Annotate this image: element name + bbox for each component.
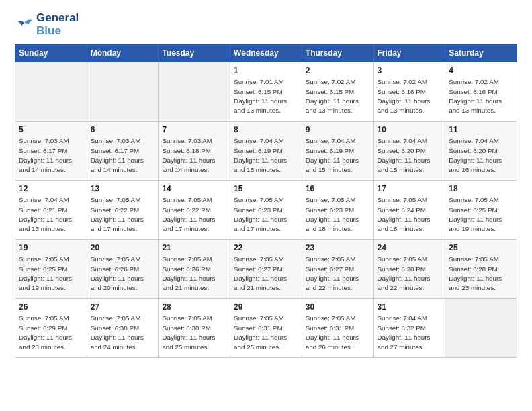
day-info: Sunrise: 7:03 AM Sunset: 6:17 PM Dayligh… — [19, 136, 83, 175]
day-cell: 22Sunrise: 7:05 AM Sunset: 6:27 PM Dayli… — [230, 240, 302, 299]
day-info: Sunrise: 7:05 AM Sunset: 6:23 PM Dayligh… — [234, 195, 298, 234]
day-cell: 27Sunrise: 7:05 AM Sunset: 6:30 PM Dayli… — [87, 299, 159, 358]
day-number: 16 — [306, 184, 370, 193]
day-info: Sunrise: 7:05 AM Sunset: 6:30 PM Dayligh… — [162, 314, 226, 352]
day-number: 27 — [91, 302, 155, 312]
day-cell: 1Sunrise: 7:01 AM Sunset: 6:15 PM Daylig… — [230, 62, 302, 122]
day-cell: 23Sunrise: 7:05 AM Sunset: 6:27 PM Dayli… — [302, 240, 373, 299]
day-number: 15 — [234, 184, 298, 193]
day-cell: 11Sunrise: 7:04 AM Sunset: 6:20 PM Dayli… — [445, 122, 517, 181]
day-number: 12 — [19, 184, 83, 193]
day-cell: 4Sunrise: 7:02 AM Sunset: 6:16 PM Daylig… — [445, 62, 517, 122]
day-info: Sunrise: 7:05 AM Sunset: 6:22 PM Dayligh… — [91, 195, 155, 234]
day-info: Sunrise: 7:02 AM Sunset: 6:16 PM Dayligh… — [449, 77, 513, 116]
day-cell: 3Sunrise: 7:02 AM Sunset: 6:16 PM Daylig… — [373, 62, 445, 122]
day-info: Sunrise: 7:04 AM Sunset: 6:21 PM Dayligh… — [19, 195, 83, 234]
day-number: 28 — [162, 302, 226, 312]
week-row-5: 26Sunrise: 7:05 AM Sunset: 6:29 PM Dayli… — [15, 299, 517, 358]
day-number: 5 — [19, 125, 83, 134]
day-cell: 30Sunrise: 7:05 AM Sunset: 6:31 PM Dayli… — [302, 299, 373, 358]
day-number: 9 — [306, 125, 370, 134]
day-info: Sunrise: 7:05 AM Sunset: 6:31 PM Dayligh… — [306, 314, 370, 352]
day-cell: 6Sunrise: 7:03 AM Sunset: 6:17 PM Daylig… — [87, 122, 159, 181]
weekday-header-thursday: Thursday — [302, 44, 373, 62]
day-number: 17 — [378, 184, 442, 193]
day-number: 21 — [162, 243, 226, 253]
day-number: 18 — [449, 184, 513, 193]
day-info: Sunrise: 7:05 AM Sunset: 6:24 PM Dayligh… — [378, 195, 442, 234]
day-cell: 10Sunrise: 7:04 AM Sunset: 6:20 PM Dayli… — [373, 122, 445, 181]
day-info: Sunrise: 7:02 AM Sunset: 6:15 PM Dayligh… — [306, 77, 370, 116]
day-info: Sunrise: 7:05 AM Sunset: 6:26 PM Dayligh… — [162, 255, 226, 293]
week-row-3: 12Sunrise: 7:04 AM Sunset: 6:21 PM Dayli… — [15, 181, 517, 240]
day-info: Sunrise: 7:05 AM Sunset: 6:29 PM Dayligh… — [19, 314, 83, 352]
day-cell: 7Sunrise: 7:03 AM Sunset: 6:18 PM Daylig… — [159, 122, 230, 181]
day-info: Sunrise: 7:04 AM Sunset: 6:32 PM Dayligh… — [378, 314, 442, 352]
weekday-header-tuesday: Tuesday — [159, 44, 230, 62]
day-cell: 26Sunrise: 7:05 AM Sunset: 6:29 PM Dayli… — [15, 299, 87, 358]
day-info: Sunrise: 7:04 AM Sunset: 6:20 PM Dayligh… — [378, 136, 442, 175]
logo-bird-icon — [15, 18, 34, 32]
weekday-header-wednesday: Wednesday — [230, 44, 302, 62]
day-cell: 2Sunrise: 7:02 AM Sunset: 6:15 PM Daylig… — [302, 62, 373, 122]
day-info: Sunrise: 7:05 AM Sunset: 6:30 PM Dayligh… — [91, 314, 155, 352]
weekday-header-sunday: Sunday — [15, 44, 87, 62]
day-cell — [159, 62, 230, 122]
day-number: 26 — [19, 302, 83, 312]
day-cell: 25Sunrise: 7:05 AM Sunset: 6:28 PM Dayli… — [445, 240, 517, 299]
day-number: 20 — [91, 243, 155, 253]
day-cell: 12Sunrise: 7:04 AM Sunset: 6:21 PM Dayli… — [15, 181, 87, 240]
day-number: 8 — [234, 125, 298, 134]
day-cell — [445, 299, 517, 358]
day-number: 24 — [378, 243, 442, 253]
day-number: 6 — [91, 125, 155, 134]
day-info: Sunrise: 7:05 AM Sunset: 6:23 PM Dayligh… — [306, 195, 370, 234]
weekday-header-row: SundayMondayTuesdayWednesdayThursdayFrid… — [15, 44, 517, 62]
day-number: 19 — [19, 243, 83, 253]
day-number: 13 — [91, 184, 155, 193]
day-number: 7 — [162, 125, 226, 134]
week-row-4: 19Sunrise: 7:05 AM Sunset: 6:25 PM Dayli… — [15, 240, 517, 299]
day-number: 2 — [306, 66, 370, 75]
day-number: 25 — [449, 243, 513, 253]
day-info: Sunrise: 7:01 AM Sunset: 6:15 PM Dayligh… — [234, 77, 298, 116]
day-info: Sunrise: 7:04 AM Sunset: 6:19 PM Dayligh… — [234, 136, 298, 175]
day-cell — [87, 62, 159, 122]
day-cell: 19Sunrise: 7:05 AM Sunset: 6:25 PM Dayli… — [15, 240, 87, 299]
day-info: Sunrise: 7:05 AM Sunset: 6:25 PM Dayligh… — [449, 195, 513, 234]
day-info: Sunrise: 7:04 AM Sunset: 6:19 PM Dayligh… — [306, 136, 370, 175]
day-info: Sunrise: 7:03 AM Sunset: 6:18 PM Dayligh… — [162, 136, 226, 175]
day-cell: 20Sunrise: 7:05 AM Sunset: 6:26 PM Dayli… — [87, 240, 159, 299]
logo: General Blue — [15, 12, 79, 37]
day-cell: 17Sunrise: 7:05 AM Sunset: 6:24 PM Dayli… — [373, 181, 445, 240]
day-number: 1 — [234, 66, 298, 75]
calendar-table: SundayMondayTuesdayWednesdayThursdayFrid… — [15, 44, 517, 358]
day-info: Sunrise: 7:05 AM Sunset: 6:25 PM Dayligh… — [19, 255, 83, 293]
weekday-header-saturday: Saturday — [445, 44, 517, 62]
day-cell: 14Sunrise: 7:05 AM Sunset: 6:22 PM Dayli… — [159, 181, 230, 240]
day-info: Sunrise: 7:05 AM Sunset: 6:27 PM Dayligh… — [234, 255, 298, 293]
day-cell: 8Sunrise: 7:04 AM Sunset: 6:19 PM Daylig… — [230, 122, 302, 181]
day-cell: 21Sunrise: 7:05 AM Sunset: 6:26 PM Dayli… — [159, 240, 230, 299]
day-info: Sunrise: 7:05 AM Sunset: 6:26 PM Dayligh… — [91, 255, 155, 293]
page: General Blue SundayMondayTuesdayWednesda… — [0, 0, 532, 411]
day-info: Sunrise: 7:04 AM Sunset: 6:20 PM Dayligh… — [449, 136, 513, 175]
day-number: 4 — [449, 66, 513, 75]
day-cell: 31Sunrise: 7:04 AM Sunset: 6:32 PM Dayli… — [373, 299, 445, 358]
day-cell: 15Sunrise: 7:05 AM Sunset: 6:23 PM Dayli… — [230, 181, 302, 240]
day-cell — [15, 62, 87, 122]
day-info: Sunrise: 7:05 AM Sunset: 6:31 PM Dayligh… — [234, 314, 298, 352]
day-cell: 9Sunrise: 7:04 AM Sunset: 6:19 PM Daylig… — [302, 122, 373, 181]
weekday-header-friday: Friday — [373, 44, 445, 62]
day-number: 3 — [378, 66, 442, 75]
day-number: 29 — [234, 302, 298, 312]
day-number: 11 — [449, 125, 513, 134]
week-row-2: 5Sunrise: 7:03 AM Sunset: 6:17 PM Daylig… — [15, 122, 517, 181]
header: General Blue — [15, 12, 517, 37]
logo-text: General Blue — [36, 12, 79, 37]
day-info: Sunrise: 7:05 AM Sunset: 6:27 PM Dayligh… — [306, 255, 370, 293]
day-cell: 28Sunrise: 7:05 AM Sunset: 6:30 PM Dayli… — [159, 299, 230, 358]
day-info: Sunrise: 7:05 AM Sunset: 6:22 PM Dayligh… — [162, 195, 226, 234]
day-info: Sunrise: 7:05 AM Sunset: 6:28 PM Dayligh… — [449, 255, 513, 293]
day-number: 22 — [234, 243, 298, 253]
